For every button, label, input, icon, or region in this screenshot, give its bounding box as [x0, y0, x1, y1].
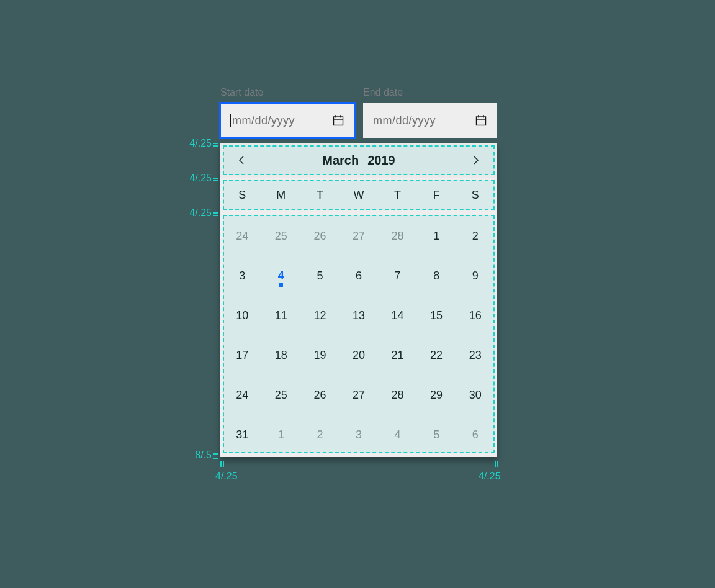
- spec-tick: [495, 461, 496, 467]
- spec-tick: [213, 180, 218, 181]
- spec-tick: [213, 215, 218, 216]
- calendar-day[interactable]: 29: [417, 375, 456, 415]
- spec-tick: [223, 461, 224, 467]
- calendar-day[interactable]: 7: [378, 256, 417, 296]
- calendar-day[interactable]: 5: [417, 415, 456, 455]
- calendar-day[interactable]: 9: [456, 256, 495, 296]
- calendar-day[interactable]: 25: [262, 216, 301, 256]
- calendar-day[interactable]: 31: [223, 415, 262, 455]
- calendar-day[interactable]: 2: [300, 415, 340, 455]
- calendar-day[interactable]: 26: [300, 216, 340, 256]
- weekday-header: F: [417, 189, 456, 202]
- weekday-header: T: [378, 189, 417, 202]
- spec-tick: [213, 143, 218, 144]
- end-date-label: End date: [363, 87, 497, 98]
- spec-tick: [213, 145, 218, 147]
- calendar-day[interactable]: 27: [340, 375, 379, 415]
- weekday-header: S: [456, 189, 495, 202]
- calendar-day[interactable]: 5: [300, 256, 340, 296]
- calendar-day[interactable]: 6: [456, 415, 495, 455]
- start-date-label: Start date: [220, 87, 354, 98]
- calendar-year[interactable]: 2019: [367, 153, 395, 168]
- end-date-placeholder: mm/dd/yyyy: [373, 114, 475, 127]
- next-month-button[interactable]: [469, 153, 483, 168]
- spec-label-days-pad: 4/.25: [189, 207, 212, 219]
- spec-label-header-pad: 4/.25: [189, 138, 212, 149]
- calendar-month[interactable]: March: [322, 153, 359, 168]
- spec-label-weekdays-pad: 4/.25: [189, 173, 212, 184]
- spec-label-hpad-right: 4/.25: [479, 471, 501, 482]
- calendar-day[interactable]: 19: [300, 335, 340, 375]
- calendar-icon: [332, 114, 344, 127]
- calendar-icon: [475, 114, 487, 127]
- weekday-header: W: [340, 189, 379, 202]
- calendar-day[interactable]: 24: [223, 216, 262, 256]
- start-date-input[interactable]: mm/dd/yyyy: [220, 103, 354, 138]
- calendar-day[interactable]: 30: [456, 375, 495, 415]
- calendar-day[interactable]: 3: [340, 415, 379, 455]
- calendar-day[interactable]: 1: [417, 216, 456, 256]
- calendar-day[interactable]: 21: [378, 335, 417, 375]
- calendar-header: March 2019: [220, 143, 497, 178]
- spec-tick: [213, 453, 218, 455]
- calendar-day[interactable]: 27: [340, 216, 379, 256]
- calendar-day[interactable]: 25: [262, 375, 301, 415]
- weekday-header: T: [300, 189, 340, 202]
- calendar-day[interactable]: 28: [378, 216, 417, 256]
- calendar-day[interactable]: 6: [340, 256, 379, 296]
- calendar-day[interactable]: 23: [456, 335, 495, 375]
- svg-rect-4: [477, 117, 486, 125]
- calendar-day[interactable]: 8: [417, 256, 456, 296]
- calendar-day[interactable]: 12: [300, 296, 340, 335]
- weekday-header: S: [223, 189, 262, 202]
- calendar-day[interactable]: 2: [456, 216, 495, 256]
- calendar-day[interactable]: 1: [262, 415, 301, 455]
- calendar-day[interactable]: 15: [417, 296, 456, 335]
- calendar-day[interactable]: 18: [262, 335, 301, 375]
- prev-month-button[interactable]: [234, 153, 249, 168]
- calendar-day[interactable]: 13: [340, 296, 379, 335]
- end-date-input[interactable]: mm/dd/yyyy: [363, 103, 497, 138]
- spec-tick: [220, 461, 222, 467]
- calendar-day[interactable]: 22: [417, 335, 456, 375]
- calendar-day[interactable]: 4: [378, 415, 417, 455]
- spec-label-bottom-pad: 8/.5: [195, 450, 212, 461]
- calendar-day[interactable]: 28: [378, 375, 417, 415]
- calendar-day[interactable]: 3: [223, 256, 262, 296]
- calendar-popup: March 2019 SMTWTFS 242526272812345678910…: [220, 143, 497, 457]
- weekday-header: M: [262, 189, 301, 202]
- calendar-day[interactable]: 14: [378, 296, 417, 335]
- calendar-day[interactable]: 4: [262, 256, 301, 296]
- calendar-day[interactable]: 20: [340, 335, 379, 375]
- calendar-day[interactable]: 26: [300, 375, 340, 415]
- calendar-day[interactable]: 24: [223, 375, 262, 415]
- spec-tick: [213, 212, 218, 214]
- spec-tick: [213, 178, 218, 179]
- spec-label-hpad-left: 4/.25: [215, 471, 238, 482]
- calendar-day[interactable]: 16: [456, 296, 495, 335]
- start-date-placeholder: mm/dd/yyyy: [232, 114, 332, 127]
- calendar-day[interactable]: 11: [262, 296, 301, 335]
- text-caret: [230, 114, 231, 127]
- spec-tick: [497, 461, 498, 467]
- svg-rect-0: [334, 117, 343, 125]
- calendar-day[interactable]: 17: [223, 335, 262, 375]
- spec-tick: [213, 458, 218, 459]
- calendar-day[interactable]: 10: [223, 296, 262, 335]
